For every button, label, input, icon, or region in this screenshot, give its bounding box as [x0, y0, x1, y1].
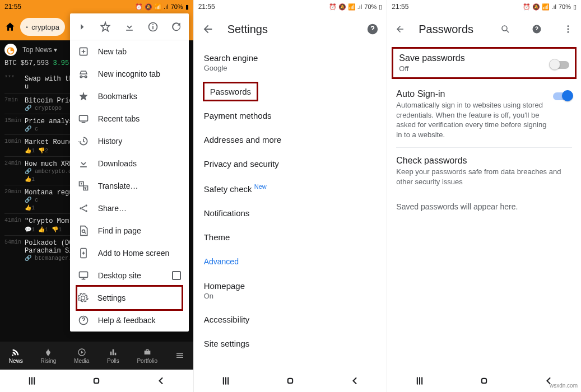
setting-accessibility[interactable]: Accessibility [203, 307, 387, 332]
screen-settings: 21:55 ⏰ 🔕 📶 .ıl 70% ▯ Settings Search en… [194, 0, 388, 392]
nav-news[interactable]: News [9, 348, 23, 364]
nav-polls[interactable]: Polls [107, 348, 119, 364]
back-nav-icon[interactable] [155, 375, 166, 386]
setting-auto-signin[interactable]: Auto Sign-in Automatically sign in to we… [396, 81, 572, 147]
svg-point-4 [80, 207, 81, 209]
svg-point-16 [567, 25, 569, 27]
menu-help[interactable]: Help & feedback [70, 309, 189, 332]
menu-desktop-site[interactable]: Desktop site [70, 264, 189, 287]
svg-point-5 [85, 204, 87, 206]
setting-addresses[interactable]: Addresses and more [203, 128, 387, 152]
nav-menu[interactable] [175, 351, 184, 360]
app-logo: ◔ [4, 44, 17, 56]
menu-add-home[interactable]: Add to Home screen [70, 242, 189, 264]
watermark: wsxdn.com [550, 382, 578, 389]
setting-save-passwords[interactable]: Save passwords Off [392, 47, 577, 79]
setting-check-passwords[interactable]: Check passwords Keep your passwords safe… [396, 148, 572, 194]
help-icon[interactable] [366, 23, 379, 35]
setting-passwords[interactable]: Passwords [203, 82, 258, 101]
home-nav-icon[interactable] [285, 375, 296, 386]
status-icons: ⏰ 🔕 📶 .ıl 70% ▮ [135, 3, 189, 11]
menu-recent-tabs[interactable]: Recent tabs [70, 108, 189, 130]
menu-bookmarks[interactable]: Bookmarks [70, 85, 189, 108]
setting-safety[interactable]: Safety check New [203, 176, 387, 201]
forward-icon[interactable] [76, 21, 87, 32]
recents-icon[interactable] [26, 375, 38, 386]
screen-passwords: 21:55 ⏰ 🔕 📶 .ıl 70% ▯ Passwords Save pas… [387, 0, 581, 392]
more-icon[interactable] [563, 23, 573, 35]
status-icons: ⏰ 🔕 📶 .ıl 70% ▯ [523, 3, 577, 11]
nav-rising[interactable]: Rising [41, 348, 57, 364]
setting-site-settings[interactable]: Site settings [203, 332, 387, 356]
help-icon[interactable] [532, 23, 542, 35]
svg-rect-9 [79, 272, 87, 277]
svg-point-17 [567, 29, 569, 30]
setting-theme[interactable]: Theme [203, 225, 387, 249]
svg-rect-11 [94, 379, 99, 383]
status-bar: 21:55 ⏰ 🔕 📶 .ıl 70% ▮ [0, 0, 193, 13]
refresh-icon[interactable] [171, 21, 182, 32]
status-time: 21:55 [4, 3, 21, 11]
status-bar: 21:55 ⏰ 🔕 📶 .ıl 70% ▯ [194, 0, 387, 13]
address-bar[interactable]: cryptopa [20, 18, 65, 36]
svg-rect-19 [482, 379, 486, 383]
svg-point-6 [85, 210, 87, 212]
settings-list: Search engine Google Passwords Payment m… [194, 45, 387, 380]
page-title: Settings [227, 23, 268, 36]
home-icon[interactable] [4, 21, 16, 32]
checkbox-icon[interactable] [172, 271, 181, 280]
menu-settings[interactable]: Settings [77, 287, 182, 309]
setting-notifications[interactable]: Notifications [203, 201, 387, 225]
toggle-save-passwords[interactable] [550, 61, 569, 69]
status-icons: ⏰ 🔕 📶 .ıl 70% ▯ [329, 3, 383, 11]
back-nav-icon[interactable] [349, 375, 360, 386]
recents-icon[interactable] [414, 375, 425, 386]
menu-find-in-page[interactable]: Find in page [70, 220, 189, 242]
bottom-nav: News Rising Media Polls Portfolio [0, 342, 193, 370]
svg-point-18 [567, 31, 569, 33]
chrome-overflow-menu: New tab New incognito tab Bookmarks Rece… [70, 13, 189, 332]
setting-payment[interactable]: Payment methods [203, 104, 387, 128]
menu-history[interactable]: History [70, 130, 189, 152]
system-nav-bar [194, 370, 387, 392]
home-nav-icon[interactable] [478, 375, 490, 386]
home-nav-icon[interactable] [91, 375, 102, 386]
status-time: 21:55 [392, 3, 408, 11]
menu-share[interactable]: Share… [70, 197, 189, 220]
system-nav-bar [387, 370, 581, 392]
section-advanced: Advanced [203, 249, 387, 274]
download-icon[interactable] [124, 21, 135, 32]
menu-incognito[interactable]: New incognito tab [70, 63, 189, 85]
setting-search-engine[interactable]: Search engine Google [203, 46, 387, 80]
page-title: Passwords [419, 23, 473, 36]
menu-new-tab[interactable]: New tab [70, 40, 189, 63]
lock-icon [26, 23, 28, 31]
status-time: 21:55 [198, 3, 215, 11]
back-icon[interactable] [202, 23, 214, 35]
screen-cryptopanic: 21:55 ⏰ 🔕 📶 .ıl 70% ▮ cryptopa ◔ Top New… [0, 0, 194, 392]
svg-rect-13 [288, 379, 292, 383]
appbar: Settings [194, 13, 387, 45]
menu-translate[interactable]: Translate… [70, 175, 189, 197]
svg-rect-3 [79, 115, 87, 121]
status-bar: 21:55 ⏰ 🔕 📶 .ıl 70% ▯ [387, 0, 581, 13]
svg-point-14 [502, 26, 507, 31]
recents-icon[interactable] [220, 375, 231, 386]
appbar: Passwords [387, 13, 581, 45]
search-icon[interactable] [500, 23, 510, 35]
menu-downloads[interactable]: Downloads [70, 152, 189, 175]
info-icon[interactable] [147, 21, 159, 32]
system-nav-bar [0, 370, 193, 392]
saved-passwords-placeholder: Saved passwords will appear here. [396, 194, 572, 219]
setting-homepage[interactable]: Homepage On [203, 274, 387, 307]
setting-privacy[interactable]: Privacy and security [203, 152, 387, 176]
toggle-auto-signin[interactable] [553, 92, 572, 100]
url-text: cryptopa [31, 23, 59, 31]
top-news-dropdown[interactable]: Top News ▾ [22, 46, 57, 54]
bookmark-star-icon[interactable] [100, 21, 111, 32]
nav-portfolio[interactable]: Portfolio [137, 348, 157, 364]
nav-media[interactable]: Media [74, 348, 89, 364]
back-icon[interactable] [395, 23, 405, 35]
